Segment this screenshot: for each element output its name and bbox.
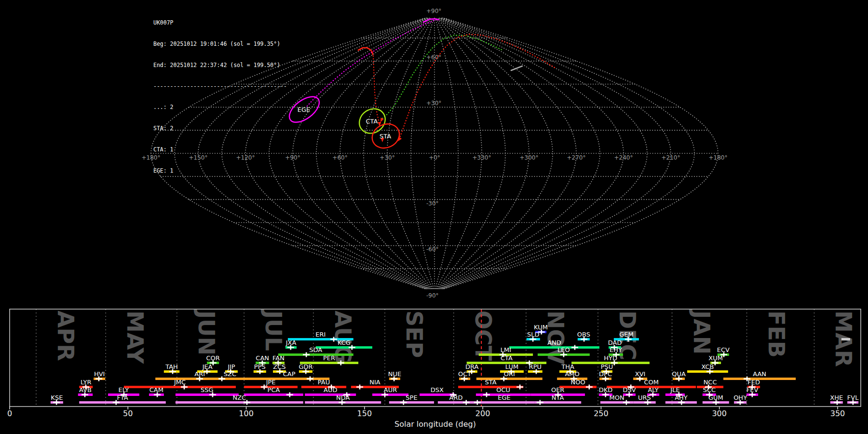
shower-label-EGE: EGE <box>498 394 511 401</box>
shower-bar-SDA <box>278 353 353 356</box>
radiant-label-EGE: EGE <box>298 106 311 113</box>
shower-label-NCC: NCC <box>704 379 717 386</box>
red-drift-track <box>373 56 379 122</box>
longitude-label: +60° <box>332 154 347 161</box>
shower-label-NOO: NOO <box>570 379 585 386</box>
longitude-label: +210° <box>662 154 680 161</box>
observation-summary: UK007P Beg: 20251012 19:01:46 (sol = 199… <box>153 5 287 188</box>
red-drift-track <box>400 34 555 136</box>
radiant-label-CTA: CTA <box>366 118 378 125</box>
x-tick-label: 50 <box>123 409 133 418</box>
shower-label-LUM: LUM <box>505 363 518 370</box>
shower-label-AND: AND <box>547 339 561 346</box>
peak-marker-EGE <box>474 400 481 405</box>
shower-label-AMO: AMO <box>565 370 579 378</box>
latitude-label: +60° <box>426 54 441 61</box>
magenta-drift-track <box>307 20 436 107</box>
peak-marker-OCU <box>483 393 490 397</box>
shower-label-GEM: GEM <box>619 331 634 338</box>
shower-bar-KCG <box>316 346 372 349</box>
shower-label-MON: MON <box>609 394 624 401</box>
peak-marker-STA <box>516 385 523 390</box>
sky-map-and-activity-chart: +180°+150°+120°+90°+60°+30°+0°+330°+300°… <box>0 0 868 434</box>
shower-label-COM: COM <box>644 379 659 386</box>
shower-label-AAN: AAN <box>753 370 766 378</box>
x-tick-label: 300 <box>712 409 727 418</box>
shower-label-KCG: KCG <box>338 339 351 346</box>
shower-label-ORI: ORI <box>504 370 515 378</box>
shower-label-AUR: AUR <box>384 386 397 393</box>
end-time: End: 20251012 22:37:42 (sol = 199.50°) <box>153 62 287 69</box>
separator: ---------------------------------------- <box>153 83 287 90</box>
month-label-MAY: MAY <box>122 311 148 364</box>
shower-label-OCU: OCU <box>496 386 510 393</box>
shower-label-FTA: FTA <box>117 394 128 401</box>
count-sporadic: ...: 2 <box>153 104 287 111</box>
month-label-NOV: NOV <box>542 311 569 365</box>
peak-marker-ARD <box>463 400 470 405</box>
shower-label-FED: FED <box>747 379 760 386</box>
month-label-JUN: JUN <box>193 309 219 355</box>
longitude-label: +180° <box>709 154 728 161</box>
count-cta: CTA: 1 <box>153 146 287 153</box>
shower-label-NDA: NDA <box>336 394 350 401</box>
x-axis-title: Solar longitude (deg) <box>394 420 476 429</box>
shower-bar-SPE <box>389 401 434 404</box>
peak-marker-NIA <box>356 385 363 390</box>
shower-bar-SSG <box>176 393 239 396</box>
meteor-radiant-activity-screen: +180°+150°+120°+90°+60°+30°+0°+330°+300°… <box>0 0 868 434</box>
shower-bar-EGE <box>474 401 534 404</box>
shower-label-NZC: NZC <box>232 394 246 401</box>
green-drift-track <box>381 35 502 119</box>
shower-label-PAU: PAU <box>318 379 330 386</box>
count-ege: EGE: 1 <box>153 167 287 175</box>
radiant-label-STA: STA <box>380 133 391 140</box>
longitude-label: +0° <box>429 154 440 161</box>
x-tick-label: 0 <box>7 409 12 418</box>
count-sta: STA: 2 <box>153 125 287 132</box>
shower-label-SDA: SDA <box>309 346 322 353</box>
shower-label-HYD: HYD <box>604 354 617 362</box>
shower-label-RPU: RPU <box>529 363 542 370</box>
shower-label-URS: URS <box>638 394 651 401</box>
longitude-label: +300° <box>520 154 539 161</box>
shower-label-AUD: AUD <box>324 386 337 393</box>
shower-bar-FTA <box>79 401 166 404</box>
radiant-ellipses: EGECTASTA <box>285 92 404 152</box>
latitude-label: -30° <box>426 200 439 207</box>
month-label-JUL: JUL <box>260 309 286 351</box>
shower-label-JPE: JPE <box>266 379 276 386</box>
shower-bar-AND <box>509 346 599 349</box>
month-label-FEB: FEB <box>763 311 789 358</box>
x-tick-label: 200 <box>475 409 490 418</box>
shower-label-SSG: SSG <box>201 386 214 393</box>
shower-label-NIA: NIA <box>369 379 380 386</box>
shower-label-ARD: ARD <box>449 394 462 401</box>
shower-label-SPE: SPE <box>406 394 417 401</box>
longitude-label: +240° <box>614 154 633 161</box>
shower-label-THA: THA <box>561 363 574 370</box>
shower-label-CTA: CTA <box>501 354 513 362</box>
shower-bar-PCA <box>244 393 303 396</box>
x-tick-label: 250 <box>594 409 609 418</box>
red-drift-track <box>358 48 373 54</box>
shower-bar-SZC <box>211 378 249 380</box>
x-tick-label: 150 <box>357 409 372 418</box>
longitude-label: +330° <box>473 154 491 161</box>
shower-bar <box>841 338 850 340</box>
latitude-label: -90° <box>426 292 439 299</box>
shower-label-XCB: XCB <box>701 363 714 370</box>
shower-label-SZC: SZC <box>224 370 236 378</box>
longitude-label: +270° <box>567 154 586 161</box>
begin-time: Beg: 20251012 19:01:46 (sol = 199.35°) <box>153 41 287 48</box>
shower-label-DSX: DSX <box>431 386 444 393</box>
radiant-drift-tracks <box>307 19 555 142</box>
month-label-SEP: SEP <box>401 311 427 358</box>
latitude-label: -60° <box>426 246 439 253</box>
shower-label-PER: PER <box>323 354 335 362</box>
shower-label-CAP: CAP <box>283 370 296 378</box>
month-label-APR: APR <box>53 311 79 361</box>
shower-bars: KUMERISLDOBSGEMJXAKCGANDDADSDALMILEOEHYE… <box>51 324 859 405</box>
meridian-line <box>340 18 431 288</box>
x-tick-label: 350 <box>830 409 845 418</box>
